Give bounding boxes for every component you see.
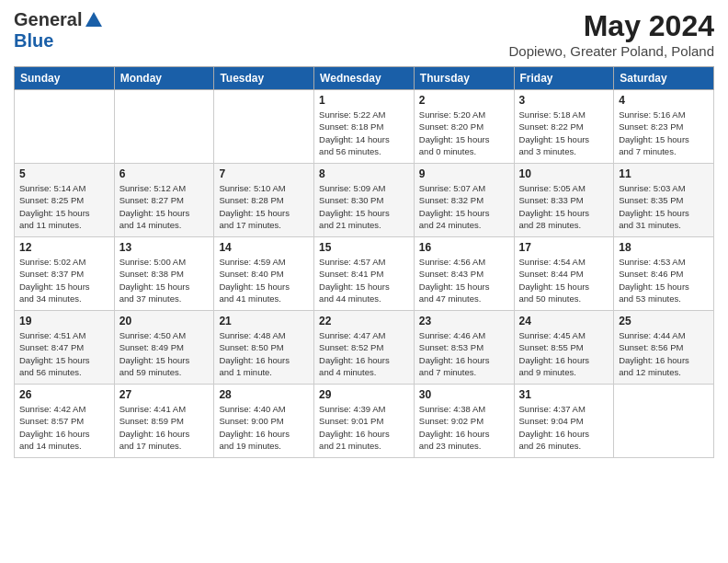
calendar-cell: 12Sunrise: 5:02 AM Sunset: 8:37 PM Dayli… [15, 237, 115, 311]
calendar-table: Sunday Monday Tuesday Wednesday Thursday… [14, 66, 714, 458]
week-row-5: 26Sunrise: 4:42 AM Sunset: 8:57 PM Dayli… [15, 385, 714, 458]
day-info: Sunrise: 4:59 AM Sunset: 8:40 PM Dayligh… [219, 256, 309, 304]
svg-marker-0 [85, 12, 102, 27]
day-number: 3 [519, 94, 609, 107]
day-info: Sunrise: 4:51 AM Sunset: 8:47 PM Dayligh… [19, 329, 109, 378]
calendar-cell: 17Sunrise: 4:54 AM Sunset: 8:44 PM Dayli… [514, 237, 614, 311]
day-number: 5 [19, 167, 109, 180]
day-number: 11 [619, 167, 709, 180]
calendar-cell: 15Sunrise: 4:57 AM Sunset: 8:41 PM Dayli… [314, 237, 415, 311]
col-thursday: Thursday [414, 67, 514, 90]
day-info: Sunrise: 4:44 AM Sunset: 8:56 PM Dayligh… [619, 329, 709, 378]
calendar-cell: 20Sunrise: 4:50 AM Sunset: 8:49 PM Dayli… [114, 311, 214, 385]
calendar-cell: 22Sunrise: 4:47 AM Sunset: 8:52 PM Dayli… [314, 311, 415, 385]
day-number: 27 [119, 388, 210, 401]
day-number: 22 [319, 315, 409, 327]
day-info: Sunrise: 5:09 AM Sunset: 8:30 PM Dayligh… [319, 182, 409, 231]
calendar-cell: 26Sunrise: 4:42 AM Sunset: 8:57 PM Dayli… [15, 385, 115, 458]
day-info: Sunrise: 4:39 AM Sunset: 9:01 PM Dayligh… [319, 403, 409, 452]
page-header: General Blue May 2024 Dopiewo, Greater P… [14, 9, 714, 59]
subtitle: Dopiewo, Greater Poland, Poland [509, 43, 714, 59]
day-number: 17 [519, 241, 609, 254]
calendar-cell [614, 385, 714, 458]
calendar-cell: 23Sunrise: 4:46 AM Sunset: 8:53 PM Dayli… [414, 311, 514, 385]
day-number: 9 [419, 167, 509, 180]
day-info: Sunrise: 4:37 AM Sunset: 9:04 PM Dayligh… [519, 403, 609, 452]
calendar-cell: 9Sunrise: 5:07 AM Sunset: 8:32 PM Daylig… [414, 164, 514, 237]
calendar-cell: 11Sunrise: 5:03 AM Sunset: 8:35 PM Dayli… [614, 164, 714, 237]
day-number: 19 [19, 315, 109, 327]
col-friday: Friday [514, 67, 614, 90]
day-info: Sunrise: 5:18 AM Sunset: 8:22 PM Dayligh… [519, 109, 609, 157]
title-section: May 2024 Dopiewo, Greater Poland, Poland [509, 9, 714, 59]
day-number: 24 [519, 315, 609, 327]
page-container: General Blue May 2024 Dopiewo, Greater P… [0, 0, 728, 467]
calendar-cell: 2Sunrise: 5:20 AM Sunset: 8:20 PM Daylig… [414, 90, 514, 164]
calendar-cell: 13Sunrise: 5:00 AM Sunset: 8:38 PM Dayli… [114, 237, 214, 311]
day-info: Sunrise: 4:57 AM Sunset: 8:41 PM Dayligh… [319, 256, 409, 304]
week-row-2: 5Sunrise: 5:14 AM Sunset: 8:25 PM Daylig… [15, 164, 714, 237]
day-info: Sunrise: 5:05 AM Sunset: 8:33 PM Dayligh… [519, 182, 609, 231]
calendar-cell: 8Sunrise: 5:09 AM Sunset: 8:30 PM Daylig… [314, 164, 415, 237]
day-number: 25 [619, 315, 709, 327]
day-info: Sunrise: 5:14 AM Sunset: 8:25 PM Dayligh… [19, 182, 109, 231]
day-number: 23 [419, 315, 509, 327]
calendar-cell: 16Sunrise: 4:56 AM Sunset: 8:43 PM Dayli… [414, 237, 514, 311]
day-info: Sunrise: 5:03 AM Sunset: 8:35 PM Dayligh… [619, 182, 709, 231]
day-info: Sunrise: 4:45 AM Sunset: 8:55 PM Dayligh… [519, 329, 609, 378]
calendar-cell [15, 90, 115, 164]
day-info: Sunrise: 4:48 AM Sunset: 8:50 PM Dayligh… [219, 329, 309, 378]
day-number: 16 [419, 241, 509, 254]
day-number: 4 [619, 94, 709, 107]
logo: General Blue [14, 9, 104, 52]
calendar-cell: 1Sunrise: 5:22 AM Sunset: 8:18 PM Daylig… [314, 90, 415, 164]
day-info: Sunrise: 4:38 AM Sunset: 9:02 PM Dayligh… [419, 403, 509, 452]
calendar-cell: 29Sunrise: 4:39 AM Sunset: 9:01 PM Dayli… [314, 385, 415, 458]
day-info: Sunrise: 4:47 AM Sunset: 8:52 PM Dayligh… [319, 329, 409, 378]
day-info: Sunrise: 4:42 AM Sunset: 8:57 PM Dayligh… [19, 403, 109, 452]
col-tuesday: Tuesday [214, 67, 314, 90]
col-sunday: Sunday [15, 67, 115, 90]
day-number: 13 [119, 241, 210, 254]
day-info: Sunrise: 4:40 AM Sunset: 9:00 PM Dayligh… [219, 403, 309, 452]
calendar-body: 1Sunrise: 5:22 AM Sunset: 8:18 PM Daylig… [15, 90, 714, 458]
calendar-cell: 5Sunrise: 5:14 AM Sunset: 8:25 PM Daylig… [15, 164, 115, 237]
day-number: 7 [219, 167, 309, 180]
day-number: 29 [319, 388, 409, 401]
col-wednesday: Wednesday [314, 67, 415, 90]
calendar-cell: 27Sunrise: 4:41 AM Sunset: 8:59 PM Dayli… [114, 385, 214, 458]
calendar-cell: 19Sunrise: 4:51 AM Sunset: 8:47 PM Dayli… [15, 311, 115, 385]
calendar-cell: 28Sunrise: 4:40 AM Sunset: 9:00 PM Dayli… [214, 385, 314, 458]
day-number: 21 [219, 315, 309, 327]
day-number: 18 [619, 241, 709, 254]
day-number: 26 [19, 388, 109, 401]
day-number: 6 [119, 167, 210, 180]
day-number: 10 [519, 167, 609, 180]
day-info: Sunrise: 5:12 AM Sunset: 8:27 PM Dayligh… [119, 182, 210, 231]
calendar-cell: 7Sunrise: 5:10 AM Sunset: 8:28 PM Daylig… [214, 164, 314, 237]
main-title: May 2024 [509, 9, 714, 43]
day-info: Sunrise: 4:46 AM Sunset: 8:53 PM Dayligh… [419, 329, 509, 378]
calendar-cell: 14Sunrise: 4:59 AM Sunset: 8:40 PM Dayli… [214, 237, 314, 311]
calendar-header-row: Sunday Monday Tuesday Wednesday Thursday… [15, 67, 714, 90]
calendar-cell: 18Sunrise: 4:53 AM Sunset: 8:46 PM Dayli… [614, 237, 714, 311]
week-row-1: 1Sunrise: 5:22 AM Sunset: 8:18 PM Daylig… [15, 90, 714, 164]
day-info: Sunrise: 4:53 AM Sunset: 8:46 PM Dayligh… [619, 256, 709, 304]
day-number: 20 [119, 315, 210, 327]
calendar-cell: 6Sunrise: 5:12 AM Sunset: 8:27 PM Daylig… [114, 164, 214, 237]
day-info: Sunrise: 5:07 AM Sunset: 8:32 PM Dayligh… [419, 182, 509, 231]
day-info: Sunrise: 4:54 AM Sunset: 8:44 PM Dayligh… [519, 256, 609, 304]
calendar-cell: 30Sunrise: 4:38 AM Sunset: 9:02 PM Dayli… [414, 385, 514, 458]
calendar-cell: 4Sunrise: 5:16 AM Sunset: 8:23 PM Daylig… [614, 90, 714, 164]
day-info: Sunrise: 5:20 AM Sunset: 8:20 PM Dayligh… [419, 109, 509, 157]
logo-icon [84, 10, 104, 30]
col-saturday: Saturday [614, 67, 714, 90]
day-info: Sunrise: 4:56 AM Sunset: 8:43 PM Dayligh… [419, 256, 509, 304]
day-number: 31 [519, 388, 609, 401]
day-number: 12 [19, 241, 109, 254]
day-info: Sunrise: 4:50 AM Sunset: 8:49 PM Dayligh… [119, 329, 210, 378]
day-number: 30 [419, 388, 509, 401]
calendar-cell: 31Sunrise: 4:37 AM Sunset: 9:04 PM Dayli… [514, 385, 614, 458]
day-info: Sunrise: 5:22 AM Sunset: 8:18 PM Dayligh… [319, 109, 409, 157]
logo-general: General [14, 9, 82, 30]
